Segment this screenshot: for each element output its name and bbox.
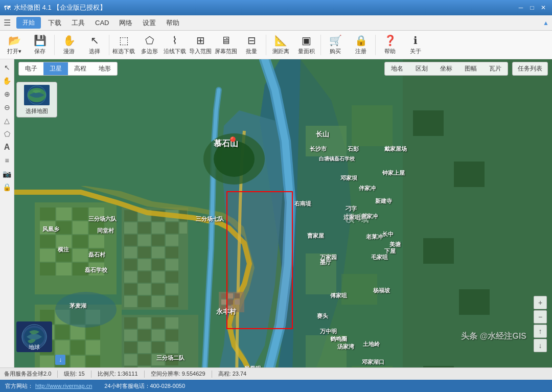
svg-rect-79: [138, 296, 151, 307]
svg-rect-16: [73, 249, 88, 262]
tool-import-label: 导入范围: [189, 48, 212, 55]
svg-rect-48: [124, 210, 137, 221]
menu-bar: ☰ 开始 下载 工具 CAD 网络 设置 帮助 ▲: [0, 15, 552, 31]
toolbar: 📂 打开▾ 💾 保存 ✋ 漫游 ↖ 选择 ⬚ 框选下载 ⬠ 多边形 ⌇ 沿线下载…: [0, 31, 552, 59]
sidebar-triangle[interactable]: △: [1, 114, 13, 127]
start-menu-button[interactable]: 开始: [16, 17, 41, 29]
svg-rect-109: [306, 253, 336, 294]
sidebar-text[interactable]: A: [1, 141, 13, 153]
sidebar-zoom-in[interactable]: ⊕: [1, 88, 13, 100]
svg-rect-80: [152, 296, 165, 307]
rtab-coord[interactable]: 坐标: [434, 62, 458, 75]
minimize-button[interactable]: ─: [516, 3, 525, 12]
app-icon: 🗺: [4, 4, 11, 12]
tool-buy-label: 购买: [330, 48, 341, 55]
svg-rect-10: [40, 235, 55, 248]
import-icon: ⊞: [196, 34, 205, 47]
globe-panel[interactable]: 地球: [16, 321, 52, 352]
svg-rect-65: [166, 247, 178, 258]
area-icon: ▣: [302, 34, 311, 47]
menu-settings[interactable]: 设置: [137, 15, 161, 31]
tool-register[interactable]: 🔒 注册: [349, 32, 373, 58]
tool-measure[interactable]: 📐 测距离: [268, 32, 293, 58]
rtab-placename[interactable]: 地名: [385, 62, 409, 75]
svg-rect-20: [73, 263, 88, 275]
svg-point-120: [214, 141, 255, 177]
tool-line-download[interactable]: ⌇ 沿线下载: [163, 32, 187, 58]
sidebar-polygon[interactable]: ⬠: [1, 128, 13, 140]
svg-rect-34: [86, 340, 100, 355]
tool-select[interactable]: ↖ 选择: [82, 32, 107, 58]
svg-rect-91: [124, 342, 137, 353]
svg-rect-71: [138, 271, 151, 283]
svg-rect-7: [56, 221, 72, 234]
rtab-boundary[interactable]: 区划: [409, 62, 434, 75]
svg-rect-124: [221, 293, 226, 298]
tool-open[interactable]: 📂 打开▾: [2, 32, 27, 58]
sidebar-list[interactable]: ≡: [1, 154, 13, 167]
tool-area[interactable]: ▣ 量面积: [294, 32, 318, 58]
menu-tools[interactable]: 工具: [66, 15, 90, 31]
task-list-button[interactable]: 任务列表: [512, 62, 548, 76]
map-container[interactable]: 电子 卫星 高程 地形 地名 区划 坐标 图幅 瓦片 任务列表: [14, 59, 552, 367]
tool-poly[interactable]: ⬠ 多边形: [137, 32, 162, 58]
toolbar-sep-1: [54, 35, 55, 55]
map-select-panel[interactable]: 选择地图: [16, 82, 57, 118]
menu-toggle[interactable]: ☰: [0, 15, 14, 31]
tab-satellite[interactable]: 卫星: [43, 62, 68, 75]
batch-icon: ⊟: [247, 34, 256, 47]
menu-network[interactable]: 网络: [114, 15, 137, 31]
tool-rect-download-label: 框选下载: [112, 48, 135, 55]
svg-rect-9: [89, 221, 104, 234]
tool-buy[interactable]: 🛒 购买: [323, 32, 348, 58]
menu-cad[interactable]: CAD: [90, 15, 114, 31]
sidebar-cursor[interactable]: ↖: [1, 61, 13, 74]
svg-rect-128: [228, 299, 233, 305]
svg-rect-21: [89, 263, 104, 275]
tab-electronic[interactable]: 电子: [19, 62, 43, 75]
tool-import[interactable]: ⊞ 导入范围: [188, 32, 213, 58]
svg-rect-108: [352, 105, 393, 146]
tool-batch[interactable]: ⊟ 批量: [239, 32, 264, 58]
tool-about[interactable]: ℹ 关于: [403, 32, 428, 58]
map-background: [14, 59, 552, 367]
pan-down-button[interactable]: ↓: [534, 339, 547, 352]
tool-rect-download[interactable]: ⬚ 框选下载: [111, 32, 136, 58]
website-link[interactable]: http://www.rivermap.cn: [35, 383, 92, 389]
rtab-tile[interactable]: 瓦片: [483, 62, 508, 75]
menu-help[interactable]: 帮助: [161, 15, 185, 31]
svg-rect-8: [73, 221, 88, 234]
tool-help[interactable]: ❓ 帮助: [378, 32, 402, 58]
tool-save[interactable]: 💾 保存: [28, 32, 52, 58]
svg-rect-38: [86, 356, 100, 367]
menu-arrow[interactable]: ▲: [540, 15, 552, 31]
tab-elevation[interactable]: 高程: [68, 62, 93, 75]
menu-download[interactable]: 下载: [43, 15, 66, 31]
svg-rect-118: [423, 366, 454, 367]
close-button[interactable]: ✕: [539, 3, 548, 12]
svg-rect-68: [152, 259, 165, 270]
download-arrow[interactable]: ↓: [55, 355, 65, 365]
status-level: 级别: 15: [64, 370, 84, 378]
tool-pan[interactable]: ✋ 漫游: [57, 32, 81, 58]
map-right-tabs: 地名 区划 坐标 图幅 瓦片: [384, 62, 508, 76]
svg-rect-67: [138, 259, 151, 270]
sidebar-zoom-out[interactable]: ⊖: [1, 101, 13, 113]
sidebar-camera[interactable]: 📷: [1, 168, 13, 180]
zoom-in-button[interactable]: +: [534, 296, 547, 309]
website-area: 官方网站： http://www.rivermap.cn 24小时客服电话：40…: [5, 382, 185, 390]
tab-terrain[interactable]: 地形: [93, 62, 117, 75]
zoom-out-button[interactable]: −: [534, 310, 547, 324]
sidebar-lock[interactable]: 🔒: [1, 181, 13, 193]
help-icon: ❓: [384, 34, 397, 47]
sidebar-pan[interactable]: ✋: [1, 75, 13, 87]
pan-up-button[interactable]: ↑: [534, 325, 547, 338]
tool-line-dl-label: 沿线下载: [164, 48, 186, 55]
rtab-sheet[interactable]: 图幅: [458, 62, 483, 75]
svg-rect-32: [55, 340, 70, 355]
tool-screen[interactable]: 🖥 屏幕范围: [214, 32, 238, 58]
title-bar-right: ─ □ ✕: [516, 3, 548, 12]
maximize-button[interactable]: □: [527, 3, 537, 12]
svg-rect-83: [124, 317, 137, 329]
svg-rect-61: [166, 235, 178, 246]
